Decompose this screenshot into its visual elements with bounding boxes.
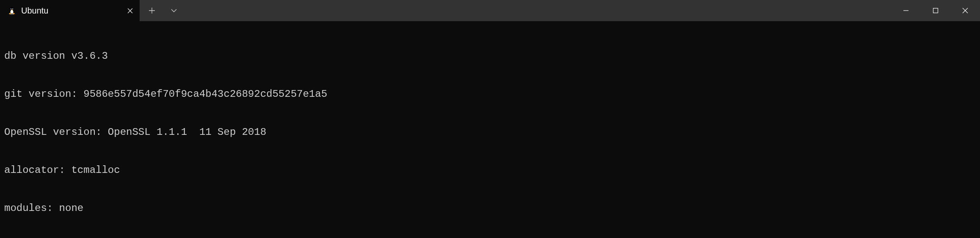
output-line: allocator: tcmalloc xyxy=(4,164,976,177)
svg-point-3 xyxy=(11,9,11,9)
svg-rect-6 xyxy=(933,8,938,13)
output-line: git version: 9586e557d54ef70f9ca4b43c268… xyxy=(4,88,976,101)
tux-icon xyxy=(8,6,16,15)
close-window-button[interactable] xyxy=(950,0,980,21)
maximize-button[interactable] xyxy=(921,0,950,21)
tab-ubuntu[interactable]: Ubuntu xyxy=(0,0,140,21)
svg-point-4 xyxy=(12,9,13,9)
titlebar: Ubuntu xyxy=(0,0,980,21)
tab-dropdown-button[interactable] xyxy=(167,3,181,18)
output-line: db version v3.6.3 xyxy=(4,50,976,63)
minimize-button[interactable] xyxy=(891,0,921,21)
new-tab-button[interactable] xyxy=(145,3,159,18)
tab-label: Ubuntu xyxy=(21,6,121,16)
output-line: OpenSSL version: OpenSSL 1.1.1 11 Sep 20… xyxy=(4,126,976,139)
svg-point-5 xyxy=(11,10,14,14)
close-tab-button[interactable] xyxy=(126,7,134,14)
output-line: modules: none xyxy=(4,202,976,215)
window-controls xyxy=(891,0,980,21)
terminal-output[interactable]: db version v3.6.3 git version: 9586e557d… xyxy=(0,21,980,238)
tab-actions xyxy=(140,3,181,18)
